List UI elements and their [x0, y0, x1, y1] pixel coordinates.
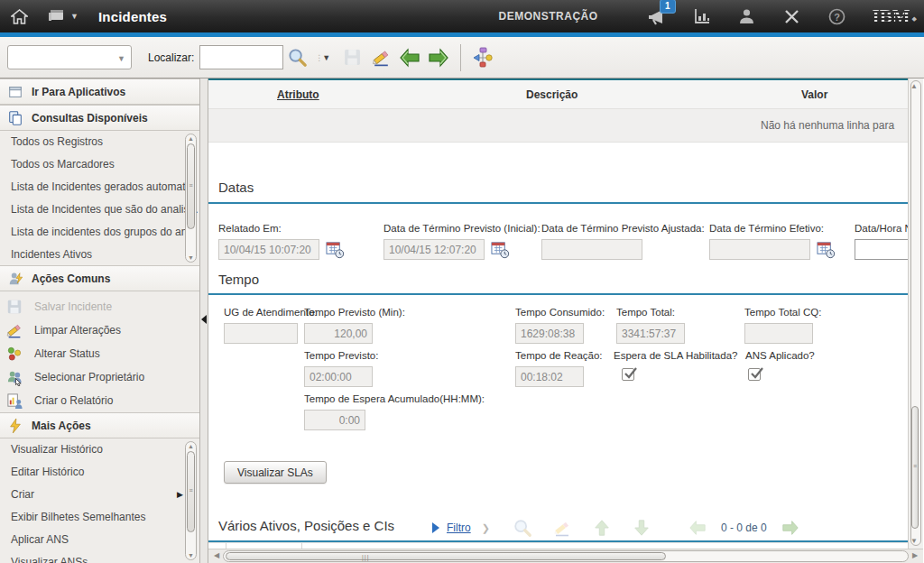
ans-aplicado-checkbox[interactable] — [748, 368, 761, 381]
calendar-icon[interactable] — [491, 240, 510, 259]
bar-chart-icon[interactable] — [690, 5, 714, 28]
tempo-total-input — [616, 323, 685, 344]
scrollbar-thumb[interactable]: ||| — [226, 552, 666, 560]
section-title-datas: Datas — [218, 180, 254, 195]
scroll-up-icon[interactable]: ▲ — [187, 135, 195, 142]
scroll-up-icon[interactable]: ▲ — [909, 82, 919, 90]
espera-sla-checkbox[interactable] — [622, 368, 634, 381]
expand-filter-icon[interactable] — [432, 522, 439, 533]
relatado-em-input — [218, 239, 319, 260]
calendar-icon[interactable] — [326, 240, 345, 259]
close-icon[interactable] — [781, 5, 804, 28]
more-action-item[interactable]: Visualizar Histórico — [0, 438, 199, 461]
scroll-left-icon[interactable]: ◀ — [210, 551, 223, 559]
query-item[interactable]: Lista de Incidentes gerados automati... — [0, 176, 199, 198]
toolbar-separator-dots: ⋮ — [315, 53, 322, 62]
sidebar-header-go-to-apps[interactable]: Ir Para Aplicativos — [0, 78, 199, 105]
data-hora-input[interactable] — [855, 239, 910, 260]
more-action-item-criar[interactable]: Criar ▶ — [0, 484, 199, 506]
workflow-icon[interactable] — [471, 46, 494, 69]
query-item[interactable]: Incidentes Ativos — [0, 244, 199, 265]
move-down-icon-disabled — [631, 517, 652, 539]
query-item[interactable]: Lista de Incidentes que são do analis... — [0, 198, 199, 221]
more-action-item[interactable]: Visualizar ANSs — [0, 551, 199, 563]
action-select-owner[interactable]: Selecionar Proprietário — [0, 365, 199, 389]
query-item[interactable]: Todos os Registros — [0, 131, 199, 153]
more-actions-list: Visualizar Histórico Editar Histórico Cr… — [0, 438, 199, 563]
field-label: Data/Hora N — [855, 223, 912, 234]
field-label: ANS Aplicado? — [745, 350, 815, 361]
notification-badge: 1 — [660, 0, 676, 14]
attribute-table-empty-row: Não há nenhuma linha para — [208, 109, 908, 143]
termino-previsto-inicial-input — [383, 239, 485, 260]
scroll-down-icon[interactable]: ▼ — [187, 552, 195, 558]
ug-atendimento-input — [224, 323, 298, 344]
content-layout: Ir Para Aplicativos Consultas Disponívei… — [0, 78, 924, 563]
scroll-up-icon[interactable]: ▲ — [187, 443, 195, 449]
column-header-atributo[interactable]: Atributo — [277, 88, 319, 101]
environment-label: DEMONSTRAÇÃO — [499, 10, 598, 23]
menu-caret-icon[interactable]: ▼ — [70, 12, 79, 21]
eraser-icon[interactable] — [369, 46, 393, 69]
vertical-scrollbar[interactable]: ▲ ≡ ▼ — [908, 78, 923, 549]
more-actions-scrollbar[interactable]: ▲ ≡ ▼ — [185, 441, 197, 560]
horizontal-scrollbar[interactable]: ◀ ||| ▶ — [208, 549, 923, 563]
combobox-caret-icon[interactable]: ▼ — [117, 54, 125, 63]
sidebar-header-more-actions[interactable]: Mais Ações — [0, 412, 199, 438]
tempo-previsto-input — [304, 366, 373, 387]
chevron-right-icon[interactable]: ❯ — [482, 522, 490, 534]
next-arrow-icon[interactable] — [427, 46, 450, 69]
home-icon[interactable] — [9, 6, 29, 26]
field-label: Data de Término Efetivo: — [709, 223, 824, 234]
scroll-down-icon[interactable]: ▼ — [909, 537, 919, 545]
query-item[interactable]: Todos os Marcadores — [0, 153, 199, 176]
application-window-icon — [6, 83, 24, 101]
filtro-link[interactable]: Filtro — [447, 521, 471, 534]
sidebar-splitter[interactable] — [200, 78, 208, 563]
search-options-caret-icon[interactable]: ▼ — [322, 53, 330, 62]
action-clear-changes[interactable]: Limpar Alterações — [0, 318, 199, 342]
termino-previsto-ajustada-input — [541, 239, 642, 260]
help-icon[interactable]: ? — [826, 5, 849, 28]
sidebar-header-label: Mais Ações — [32, 420, 91, 432]
collapse-sidebar-icon[interactable] — [201, 315, 207, 324]
action-label: Limpar Alterações — [34, 324, 121, 337]
move-up-icon-disabled — [591, 517, 613, 539]
empty-table-message: Não há nenhuma linha para — [761, 109, 894, 143]
scrollbar-thumb[interactable]: ≡ — [911, 406, 919, 529]
query-item[interactable]: Lista de incidentes dos grupos do an... — [0, 221, 199, 244]
visualizar-slas-button[interactable]: Visualizar SLAs — [224, 461, 327, 484]
calendar-icon[interactable] — [817, 240, 836, 259]
query-list-scrollbar[interactable]: ▲ ≡ ▼ — [185, 134, 197, 263]
action-label: Criar o Relatório — [34, 394, 113, 407]
action-change-status[interactable]: Alterar Status — [0, 342, 199, 365]
previous-arrow-icon[interactable] — [398, 46, 421, 69]
action-create-report[interactable]: Criar o Relatório — [0, 389, 199, 412]
sidebar-header-common-actions[interactable]: Ações Comuns — [0, 265, 199, 291]
eraser-icon-disabled — [551, 517, 573, 539]
action-save-incident: Salvar Incidente — [0, 295, 199, 318]
scroll-right-icon[interactable]: ▶ — [909, 551, 921, 559]
find-input[interactable] — [199, 45, 283, 69]
megaphone-icon[interactable]: 1 — [645, 5, 669, 28]
more-action-item[interactable]: Editar Histórico — [0, 461, 199, 484]
toolbar-divider — [460, 44, 461, 71]
query-combobox[interactable]: ▼ — [7, 45, 132, 69]
tempo-espera-acumulado-input — [304, 410, 365, 430]
field-label: Tempo Previsto: — [304, 350, 378, 361]
pagination-label: 0 - 0 de 0 — [721, 521, 767, 534]
scrollbar-thumb[interactable]: ≡ — [187, 451, 195, 532]
windows-menu-icon[interactable] — [47, 6, 67, 26]
next-page-icon-disabled — [780, 517, 801, 539]
person-icon[interactable] — [735, 5, 759, 28]
search-icon[interactable] — [285, 46, 309, 69]
more-action-item[interactable]: Aplicar ANS — [0, 529, 199, 551]
field-label: Tempo Total CQ: — [744, 307, 821, 318]
top-navigation-bar: ▼ Incidentes DEMONSTRAÇÃO 1 ? IBM ◆ — [0, 0, 924, 32]
scrollbar-thumb[interactable]: ≡ — [187, 143, 195, 229]
more-action-item[interactable]: Exibir Bilhetes Semelhantes — [0, 506, 199, 529]
scroll-down-icon[interactable]: ▼ — [187, 254, 195, 261]
sidebar-header-available-queries[interactable]: Consultas Disponíveis — [0, 105, 199, 131]
main-toolbar: ▼ Localizar: ⋮ ▼ — [0, 37, 924, 78]
field-label: Tempo de Reação: — [515, 350, 603, 361]
